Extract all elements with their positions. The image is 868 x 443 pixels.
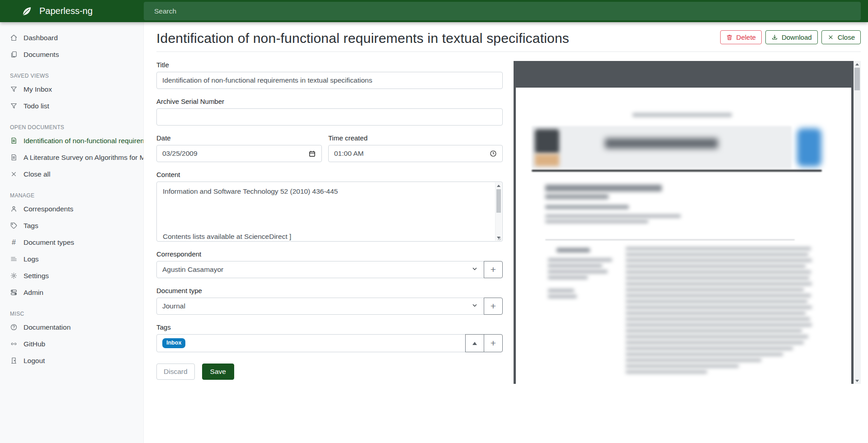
archive-serial-number-input[interactable] <box>156 108 503 126</box>
add-correspondent-button[interactable]: + <box>484 261 503 278</box>
page-title: Identification of non-functional require… <box>156 31 569 46</box>
sidebar-item-documentation[interactable]: Documentation <box>0 319 143 336</box>
date-input[interactable]: 03/25/2009 <box>156 145 322 162</box>
sidebar-item-correspondents[interactable]: Correspondents <box>0 201 143 217</box>
document-edit-form: Title Identification of non-functional r… <box>156 52 503 443</box>
blurred-rule-dark <box>532 170 822 172</box>
sidebar-item-admin[interactable]: Admin <box>0 284 143 301</box>
tag-badge-inbox[interactable]: Inbox <box>162 338 185 348</box>
sidebar-item-label: Admin <box>24 289 43 297</box>
app-brand[interactable]: Paperless-ng <box>0 5 144 17</box>
title-input-value: Identification of non-functional require… <box>162 76 497 84</box>
document-type-select[interactable]: Journal <box>156 298 484 315</box>
content-field-label: Content <box>156 171 503 178</box>
pdf-scrollbar[interactable] <box>854 61 861 384</box>
list-icon <box>10 255 18 263</box>
pdf-scroll-up-arrow[interactable] <box>854 61 861 67</box>
search-input[interactable] <box>144 2 861 20</box>
content-scrollbar[interactable] <box>495 182 502 241</box>
download-button[interactable]: Download <box>765 30 818 44</box>
blurred-publisher-logo <box>535 129 559 154</box>
gear-icon <box>10 272 18 280</box>
save-button[interactable]: Save <box>202 364 234 380</box>
close-icon <box>827 34 834 41</box>
pdf-viewer[interactable] <box>514 61 861 384</box>
plus-icon: + <box>491 301 496 311</box>
correspondent-select-value: Agustin Casamayor <box>162 266 471 274</box>
blurred-sciencedirect-logo <box>797 128 821 167</box>
sidebar-item-label: Tags <box>24 222 38 230</box>
sidebar-item-label: Documents <box>24 51 59 59</box>
sidebar-item-logs[interactable]: Logs <box>0 251 143 267</box>
clock-icon[interactable] <box>490 150 497 157</box>
tags-input[interactable]: Inbox <box>156 334 466 352</box>
scroll-up-arrow[interactable] <box>495 182 502 189</box>
correspondent-field-label: Correspondent <box>156 250 503 258</box>
sidebar-section-manage: MANAGE <box>0 192 143 199</box>
brand-label: Paperless-ng <box>39 6 93 16</box>
sidebar-item-github[interactable]: GitHub <box>0 336 143 352</box>
sidebar-item-label: Correspondents <box>24 205 73 213</box>
sidebar-section-saved-views: SAVED VIEWS <box>0 73 143 79</box>
sidebar-item-tags[interactable]: Tags <box>0 217 143 234</box>
sidebar: Dashboard Documents SAVED VIEWS My Inbox <box>0 22 144 443</box>
sidebar-item-label: Logout <box>24 357 45 365</box>
time-field-label: Time created <box>328 134 503 142</box>
close-button-label: Close <box>838 33 855 41</box>
sidebar-item-my-inbox[interactable]: My Inbox <box>0 81 143 98</box>
chevron-down-icon <box>471 302 478 311</box>
sidebar-item-logout[interactable]: Logout <box>0 352 143 369</box>
documents-icon <box>10 51 18 58</box>
filter-icon <box>10 102 18 110</box>
sidebar-open-doc-1[interactable]: Identification of non-functional require… <box>0 132 143 149</box>
main-content: Identification of non-functional require… <box>144 22 868 443</box>
sidebar-item-label: GitHub <box>24 340 45 348</box>
calendar-icon[interactable] <box>308 150 316 158</box>
chevron-down-icon <box>471 265 478 274</box>
sidebar-section-open-documents: OPEN DOCUMENTS <box>0 124 143 131</box>
discard-button[interactable]: Discard <box>156 364 195 380</box>
sidebar-item-label: Logs <box>24 255 39 263</box>
sidebar-item-documents[interactable]: Documents <box>0 46 143 63</box>
plus-icon: + <box>491 338 496 348</box>
close-button[interactable]: Close <box>821 30 861 44</box>
resize-grip[interactable] <box>497 236 501 240</box>
content-textarea[interactable]: Information and Software Technology 52 (… <box>156 182 503 242</box>
sidebar-item-label: A Literature Survey on Algorithms for Mu… <box>24 154 144 162</box>
sidebar-item-todo-list[interactable]: Todo list <box>0 98 143 114</box>
time-input-value: 01:00 AM <box>334 149 486 158</box>
sidebar-item-settings[interactable]: Settings <box>0 267 143 284</box>
sidebar-open-doc-2[interactable]: A Literature Survey on Algorithms for Mu… <box>0 149 143 166</box>
time-input[interactable]: 01:00 AM <box>328 145 503 162</box>
delete-button[interactable]: Delete <box>720 30 762 44</box>
sidebar-item-document-types[interactable]: # Document types <box>0 234 143 251</box>
file-text-icon <box>10 137 18 145</box>
pdf-page <box>516 88 851 384</box>
sidebar-item-close-all[interactable]: Close all <box>0 166 143 182</box>
caret-up-icon <box>472 342 477 345</box>
plus-icon: + <box>491 265 496 274</box>
content-textarea-value: Information and Software Technology 52 (… <box>157 182 495 241</box>
pdf-scroll-thumb[interactable] <box>854 68 860 90</box>
add-document-type-button[interactable]: + <box>484 298 503 315</box>
hash-icon: # <box>10 238 18 247</box>
sidebar-item-label: Document types <box>24 238 74 247</box>
asn-field-label: Archive Serial Number <box>156 98 503 105</box>
top-navbar: Paperless-ng <box>0 0 868 22</box>
sidebar-item-label: Dashboard <box>24 34 58 42</box>
download-button-label: Download <box>782 33 812 41</box>
scroll-thumb[interactable] <box>496 189 501 213</box>
sidebar-item-label: Todo list <box>24 102 49 110</box>
trash-icon <box>726 34 733 41</box>
blurred-affiliation-line-2 <box>545 220 648 223</box>
tags-dropdown-toggle-button[interactable] <box>465 334 484 352</box>
close-icon <box>10 170 18 178</box>
paperless-app: Paperless-ng Dashboard Documents SAVED V… <box>0 0 868 443</box>
correspondent-select[interactable]: Agustin Casamayor <box>156 261 484 278</box>
title-input[interactable]: Identification of non-functional require… <box>156 72 503 89</box>
add-tag-button[interactable]: + <box>484 334 503 352</box>
sidebar-item-dashboard[interactable]: Dashboard <box>0 29 143 46</box>
document-actions: Delete Download Close <box>720 30 861 46</box>
pdf-scroll-down-arrow[interactable] <box>854 378 861 384</box>
filter-icon <box>10 85 18 93</box>
